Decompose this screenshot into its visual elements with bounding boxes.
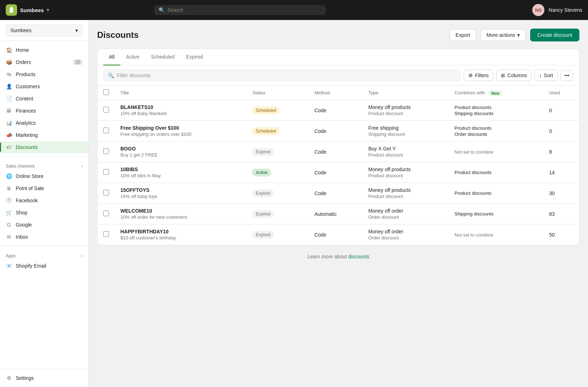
table-row[interactable]: BLANKETS10 10% off Baby Blankets Schedul… xyxy=(98,100,579,121)
sidebar-item-point-of-sale[interactable]: 🖥 Point of Sale xyxy=(0,182,88,194)
combines-cell: Not set to combine xyxy=(449,224,543,245)
tab-active[interactable]: Active xyxy=(120,49,145,65)
sidebar-item-finances[interactable]: 🏛 Finances xyxy=(0,105,88,117)
table-row[interactable]: WELCOME10 10% off order for new customer… xyxy=(98,204,579,224)
table-row[interactable]: 10BIBS 10% off bibs in May Active Code M… xyxy=(98,162,579,183)
select-all-checkbox[interactable] xyxy=(103,89,109,95)
create-discount-label: Create discount xyxy=(537,32,572,38)
filter-input[interactable] xyxy=(117,73,456,78)
combines-cell: Shipping discounts xyxy=(449,204,543,224)
sidebar-nav: 🏠 Home 📦 Orders 15 🛍 Products 👤 Cu xyxy=(0,41,88,369)
filters-button[interactable]: ⚙ Filters xyxy=(464,70,493,81)
row-checkbox[interactable] xyxy=(103,169,109,175)
brand-logo-btn[interactable]: Sumbees ▾ xyxy=(6,4,49,16)
sidebar-item-content[interactable]: 📄 Content xyxy=(0,93,88,105)
apps-section: Apps › 📧 Shopify Email xyxy=(0,249,88,272)
sidebar-divider-1 xyxy=(0,156,88,157)
more-actions-button[interactable]: More actions ▾ xyxy=(480,29,526,41)
export-button[interactable]: Export xyxy=(449,29,476,41)
more-options-button[interactable]: ••• xyxy=(560,70,573,81)
sidebar-item-google[interactable]: G Google xyxy=(0,219,88,231)
sort-label: Sort xyxy=(544,73,553,78)
used-count: 0 xyxy=(543,121,579,142)
inbox-icon: ✉ xyxy=(6,234,12,240)
col-header-title: Title xyxy=(115,86,246,100)
top-bar: Sumbees ▾ 🔍 NS Nancy Stevens xyxy=(0,0,588,20)
create-discount-button[interactable]: Create discount xyxy=(530,29,579,41)
settings-icon: ⚙ xyxy=(6,375,12,381)
used-count: 8 xyxy=(543,142,579,162)
discount-subtitle: 10% off bibs in May xyxy=(120,173,241,178)
products-icon: 🛍 xyxy=(6,71,12,78)
columns-button[interactable]: ⊞ Columns xyxy=(496,70,532,81)
discount-title: BOGO xyxy=(120,146,241,152)
discount-title: 10BIBS xyxy=(120,167,241,172)
sidebar-item-label: Orders xyxy=(16,59,31,65)
sidebar-item-shop[interactable]: 🛒 Shop xyxy=(0,207,88,219)
search-input-wrap: 🔍 xyxy=(154,5,326,15)
sidebar-item-label: Facebook xyxy=(16,198,38,203)
combines-cell: Not set to combine xyxy=(449,142,543,162)
sidebar-item-discounts[interactable]: 🏷 Discounts xyxy=(0,141,88,153)
avatar-initials: NS xyxy=(535,8,542,13)
type-sub: Product discount xyxy=(368,173,443,178)
sidebar-item-analytics[interactable]: 📊 Analytics xyxy=(0,117,88,129)
sidebar-item-label: Online Store xyxy=(16,173,44,179)
sidebar-item-customers[interactable]: 👤 Customers xyxy=(0,80,88,93)
status-badge: Scheduled xyxy=(252,106,280,114)
pos-icon: 🖥 xyxy=(6,185,12,192)
used-count: 14 xyxy=(543,162,579,183)
apps-expand-icon[interactable]: › xyxy=(81,253,83,258)
status-badge: Expired xyxy=(252,231,274,239)
orders-badge: 15 xyxy=(73,59,83,65)
sidebar-item-settings[interactable]: ⚙ Settings xyxy=(0,372,88,384)
table-row[interactable]: 15OFFTOYS 15% off baby toys Expired Code… xyxy=(98,183,579,204)
sidebar-item-online-store[interactable]: 🌐 Online Store xyxy=(0,170,88,182)
tab-bar: All Active Scheduled Expired xyxy=(98,49,579,65)
search-icon: 🔍 xyxy=(159,7,165,13)
row-checkbox[interactable] xyxy=(103,210,109,216)
facebook-icon: ⓕ xyxy=(6,197,12,204)
brand-chevron-icon: ▾ xyxy=(47,8,49,13)
online-store-icon: 🌐 xyxy=(6,173,12,179)
sidebar-item-label: Content xyxy=(16,96,33,101)
footer-discounts-link[interactable]: discounts xyxy=(348,254,369,259)
store-selector[interactable]: Sumbees ▾ xyxy=(0,20,88,41)
table-row[interactable]: Free Shipping Over $100 Free shipping on… xyxy=(98,121,579,142)
page-title: Discounts xyxy=(97,30,139,40)
tab-scheduled[interactable]: Scheduled xyxy=(145,49,180,65)
row-checkbox[interactable] xyxy=(103,148,109,154)
global-search: 🔍 xyxy=(154,5,326,15)
table-row[interactable]: HAPPYBIRTHDAY10 $10 off customer's birth… xyxy=(98,224,579,245)
sidebar-item-label: Customers xyxy=(16,84,40,89)
sidebar-item-shopify-email[interactable]: 📧 Shopify Email xyxy=(0,260,88,272)
more-actions-label: More actions xyxy=(487,32,515,38)
sales-channels-expand-icon[interactable]: › xyxy=(81,164,83,169)
method-cell: Code xyxy=(309,100,363,121)
filters-label: Filters xyxy=(475,73,489,78)
table-row[interactable]: BOGO Buy 1 get 2 FREE Expired Code Buy X… xyxy=(98,142,579,162)
sidebar-item-products[interactable]: 🛍 Products xyxy=(0,68,88,80)
row-checkbox[interactable] xyxy=(103,190,109,195)
search-input[interactable] xyxy=(168,7,322,13)
sidebar-item-home[interactable]: 🏠 Home xyxy=(0,44,88,56)
row-checkbox[interactable] xyxy=(103,128,109,133)
type-sub: Shipping discount xyxy=(368,132,443,137)
sidebar-item-label: Marketing xyxy=(16,132,38,138)
discounts-table: Title Status Method Type Combines with N… xyxy=(98,86,579,245)
sidebar-item-label: Settings xyxy=(16,375,34,381)
tab-expired[interactable]: Expired xyxy=(180,49,209,65)
method-cell: Code xyxy=(309,183,363,204)
sidebar-item-marketing[interactable]: 📣 Marketing xyxy=(0,129,88,141)
used-count: 83 xyxy=(543,204,579,224)
col-header-type: Type xyxy=(363,86,449,100)
store-select-button[interactable]: Sumbees ▾ xyxy=(6,24,83,36)
sort-button[interactable]: ↕ Sort xyxy=(534,70,558,81)
row-checkbox[interactable] xyxy=(103,107,109,113)
sidebar-item-inbox[interactable]: ✉ Inbox xyxy=(0,231,88,243)
tab-all[interactable]: All xyxy=(103,49,120,65)
sidebar-item-orders[interactable]: 📦 Orders 15 xyxy=(0,56,88,68)
avatar[interactable]: NS xyxy=(532,4,544,16)
row-checkbox[interactable] xyxy=(103,231,109,237)
sidebar-item-facebook[interactable]: ⓕ Facebook xyxy=(0,194,88,207)
